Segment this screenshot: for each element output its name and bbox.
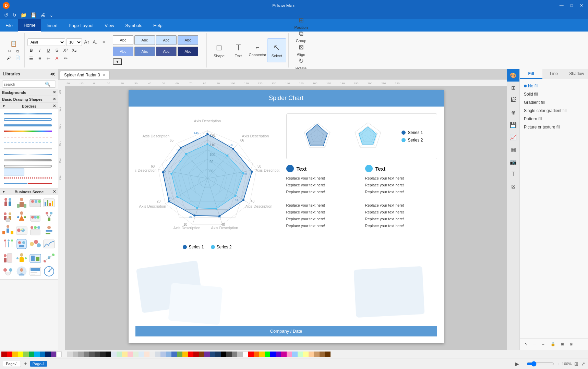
color-swatch[interactable] bbox=[270, 352, 276, 357]
undo-button[interactable]: ↺ bbox=[3, 12, 10, 19]
no-fill-option[interactable]: No fill bbox=[523, 82, 585, 90]
zoom-slider[interactable] bbox=[527, 361, 554, 367]
biz-item-7[interactable] bbox=[29, 210, 42, 223]
fill-tab[interactable]: Fill bbox=[520, 69, 542, 79]
color-swatch[interactable] bbox=[40, 352, 45, 357]
color-swatch[interactable] bbox=[243, 352, 248, 357]
color-swatch[interactable] bbox=[215, 352, 221, 357]
maximize-button[interactable]: □ bbox=[568, 2, 575, 9]
biz-item-17[interactable] bbox=[1, 251, 14, 264]
business-scene-close-icon[interactable]: ✕ bbox=[53, 189, 56, 194]
font-align-button[interactable]: ≡ bbox=[100, 38, 108, 46]
border-item-13[interactable] bbox=[3, 181, 55, 186]
tab-close-icon[interactable]: ✕ bbox=[102, 73, 105, 77]
biz-item-24[interactable] bbox=[43, 265, 56, 278]
color-swatch[interactable] bbox=[171, 352, 177, 357]
border-item-1[interactable] bbox=[3, 111, 55, 116]
basic-drawing-close-icon[interactable]: ✕ bbox=[53, 97, 56, 101]
style-swatch-6[interactable]: Abc bbox=[134, 47, 155, 56]
biz-item-23[interactable] bbox=[29, 265, 42, 278]
list-button[interactable]: ☰ bbox=[27, 55, 35, 62]
pattern-fill-option[interactable]: Pattern fill bbox=[523, 115, 585, 123]
border-item-3[interactable] bbox=[3, 123, 55, 128]
color-swatch[interactable] bbox=[226, 352, 232, 357]
gradient-fill-option[interactable]: Gradient fill bbox=[523, 98, 585, 107]
connector-tool-button[interactable]: ⌐ Connector bbox=[248, 38, 267, 62]
color-swatch[interactable] bbox=[303, 352, 309, 357]
copy-format-button[interactable]: 📄 bbox=[13, 55, 22, 61]
biz-item-3[interactable] bbox=[29, 196, 42, 209]
color-swatch[interactable] bbox=[62, 352, 67, 357]
color-swatch[interactable] bbox=[287, 352, 292, 357]
subscript-button[interactable]: X₂ bbox=[70, 47, 78, 54]
color-swatch[interactable] bbox=[12, 352, 18, 357]
border-item-12[interactable] bbox=[3, 175, 55, 181]
basic-drawing-header[interactable]: Basic Drawing Shapes ✕ bbox=[0, 96, 58, 102]
biz-item-12[interactable] bbox=[43, 224, 56, 237]
select-tool-button[interactable]: ↖ Select bbox=[267, 38, 286, 62]
color-swatch[interactable] bbox=[177, 352, 182, 357]
table-icon-button[interactable]: ▦ bbox=[507, 143, 519, 156]
color-swatch[interactable] bbox=[166, 352, 171, 357]
biz-item-16[interactable] bbox=[43, 237, 56, 250]
color-swatch[interactable] bbox=[111, 352, 117, 357]
color-swatch[interactable] bbox=[314, 352, 320, 357]
text2-icon-button[interactable]: T bbox=[507, 168, 519, 180]
qa-more-button[interactable]: ⌄ bbox=[48, 12, 55, 19]
border-item-4[interactable] bbox=[3, 128, 55, 134]
biz-item-13[interactable] bbox=[1, 237, 14, 250]
biz-item-9[interactable] bbox=[1, 224, 14, 237]
border-item-11[interactable] bbox=[3, 169, 55, 175]
print-button[interactable]: 🖨 bbox=[39, 12, 47, 19]
biz-item-14[interactable] bbox=[15, 237, 28, 250]
color-swatch[interactable] bbox=[182, 352, 188, 357]
color-swatch[interactable] bbox=[100, 352, 106, 357]
color-swatch[interactable] bbox=[45, 352, 51, 357]
color-swatch[interactable] bbox=[276, 352, 281, 357]
layer-icon-button[interactable]: ⊕ bbox=[507, 106, 519, 119]
arrow-button[interactable]: → bbox=[539, 341, 547, 347]
data-icon-button[interactable]: 💾 bbox=[507, 119, 519, 131]
color-swatch[interactable] bbox=[325, 352, 331, 357]
save-button[interactable]: 💾 bbox=[29, 12, 38, 19]
style-swatch-8[interactable]: Abc bbox=[178, 47, 198, 56]
style-swatch-5[interactable]: Abc bbox=[113, 47, 133, 56]
play-icon[interactable]: ▶ bbox=[515, 361, 519, 367]
shape-tool-button[interactable]: □ Shape bbox=[209, 38, 229, 62]
color-swatch[interactable] bbox=[7, 352, 12, 357]
borders-header[interactable]: ▼ Borders ✕ bbox=[0, 103, 58, 109]
cut-button[interactable]: ✂ bbox=[6, 48, 13, 54]
border-item-6[interactable] bbox=[3, 140, 55, 146]
bold-button[interactable]: B bbox=[27, 47, 35, 54]
style-swatch-4[interactable]: Abc bbox=[178, 35, 198, 45]
font-color-button[interactable]: A bbox=[53, 55, 61, 62]
color-swatch[interactable] bbox=[18, 352, 23, 357]
menu-symbols[interactable]: Symbols bbox=[120, 19, 148, 32]
biz-item-2[interactable] bbox=[15, 196, 28, 209]
group-button[interactable]: ⧉ Group bbox=[291, 30, 311, 43]
biz-item-20[interactable] bbox=[43, 251, 56, 264]
shadow-tab[interactable]: Shadow bbox=[565, 69, 588, 79]
minimize-button[interactable]: — bbox=[557, 2, 566, 9]
underline-button[interactable]: U bbox=[45, 47, 52, 54]
redo-button[interactable]: ↻ bbox=[11, 12, 18, 19]
color-swatch[interactable] bbox=[309, 352, 314, 357]
color-swatch[interactable] bbox=[139, 352, 144, 357]
canvas-scroll-area[interactable]: -20 -10 0 10 20 30 40 50 60 70 80 90 100… bbox=[65, 79, 507, 350]
decrease-font-button[interactable]: A↓ bbox=[92, 38, 99, 46]
menu-file[interactable]: File bbox=[0, 19, 18, 32]
backgrounds-header[interactable]: Backgrounds ✕ bbox=[0, 89, 58, 96]
color-swatch[interactable] bbox=[188, 352, 193, 357]
biz-item-10[interactable] bbox=[15, 224, 28, 237]
color-swatch[interactable] bbox=[160, 352, 166, 357]
font-size-select[interactable]: 10 bbox=[66, 38, 82, 46]
color-swatch[interactable] bbox=[117, 352, 122, 357]
biz-item-21[interactable] bbox=[1, 265, 14, 278]
biz-item-19[interactable] bbox=[29, 251, 42, 264]
add-page-button[interactable]: + bbox=[24, 361, 27, 367]
color-swatch[interactable] bbox=[281, 352, 287, 357]
menu-page-layout[interactable]: Page Layout bbox=[63, 19, 99, 32]
border-item-2[interactable] bbox=[3, 117, 55, 122]
menu-home[interactable]: Home bbox=[18, 19, 41, 32]
highlight-button[interactable]: ✏ bbox=[62, 55, 69, 62]
